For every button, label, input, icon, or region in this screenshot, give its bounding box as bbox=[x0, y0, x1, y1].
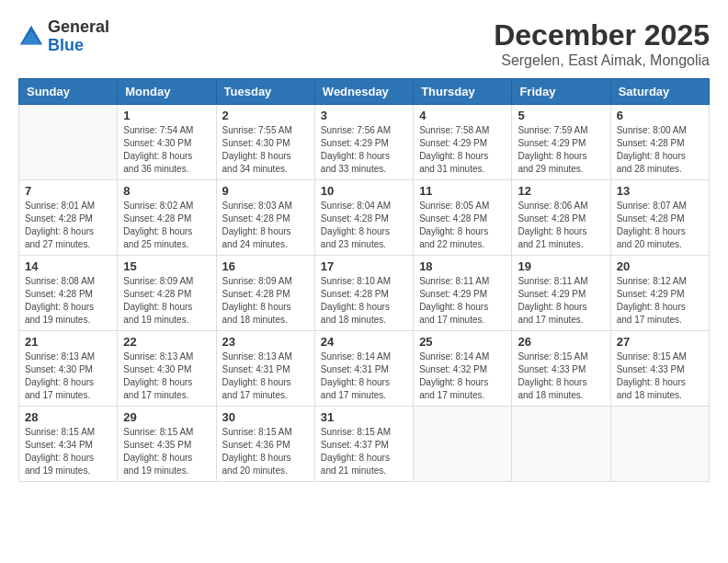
calendar-cell: 12Sunrise: 8:06 AMSunset: 4:28 PMDayligh… bbox=[512, 180, 610, 256]
day-info: Sunrise: 8:05 AMSunset: 4:28 PMDaylight:… bbox=[419, 200, 506, 251]
day-number: 19 bbox=[518, 259, 604, 273]
day-info: Sunrise: 8:14 AMSunset: 4:31 PMDaylight:… bbox=[321, 350, 407, 402]
day-info: Sunrise: 8:10 AMSunset: 4:28 PMDaylight:… bbox=[321, 275, 407, 327]
day-number: 28 bbox=[25, 410, 111, 424]
day-info: Sunrise: 8:08 AMSunset: 4:28 PMDaylight:… bbox=[25, 275, 111, 327]
day-number: 12 bbox=[518, 184, 604, 198]
calendar-cell: 30Sunrise: 8:15 AMSunset: 4:36 PMDayligh… bbox=[216, 407, 314, 482]
day-number: 6 bbox=[617, 109, 703, 122]
title-area: December 2025 Sergelen, East Aimak, Mong… bbox=[494, 18, 710, 69]
calendar-cell bbox=[19, 105, 118, 180]
weekday-header-saturday: Saturday bbox=[610, 79, 709, 105]
calendar-cell: 21Sunrise: 8:13 AMSunset: 4:30 PMDayligh… bbox=[19, 331, 118, 407]
calendar-cell: 9Sunrise: 8:03 AMSunset: 4:28 PMDaylight… bbox=[216, 180, 314, 256]
month-title: December 2025 bbox=[494, 18, 710, 52]
day-info: Sunrise: 8:14 AMSunset: 4:32 PMDaylight:… bbox=[419, 350, 506, 402]
day-number: 8 bbox=[123, 184, 210, 198]
calendar-cell: 27Sunrise: 8:15 AMSunset: 4:33 PMDayligh… bbox=[610, 331, 709, 407]
day-number: 16 bbox=[222, 259, 309, 273]
calendar-cell: 6Sunrise: 8:00 AMSunset: 4:28 PMDaylight… bbox=[610, 105, 709, 180]
day-info: Sunrise: 8:09 AMSunset: 4:28 PMDaylight:… bbox=[222, 275, 309, 327]
day-number: 15 bbox=[123, 259, 210, 273]
weekday-header-sunday: Sunday bbox=[19, 79, 118, 105]
day-number: 14 bbox=[25, 259, 111, 273]
day-info: Sunrise: 8:07 AMSunset: 4:28 PMDaylight:… bbox=[617, 200, 703, 251]
calendar-week-row: 1Sunrise: 7:54 AMSunset: 4:30 PMDaylight… bbox=[19, 105, 710, 180]
calendar-cell bbox=[512, 407, 610, 482]
logo-blue-text: Blue bbox=[48, 36, 84, 54]
calendar-week-row: 21Sunrise: 8:13 AMSunset: 4:30 PMDayligh… bbox=[19, 331, 710, 407]
calendar-table: SundayMondayTuesdayWednesdayThursdayFrid… bbox=[18, 78, 710, 482]
day-info: Sunrise: 8:04 AMSunset: 4:28 PMDaylight:… bbox=[321, 200, 407, 251]
calendar-cell bbox=[610, 407, 709, 482]
calendar-cell: 18Sunrise: 8:11 AMSunset: 4:29 PMDayligh… bbox=[414, 256, 512, 331]
day-info: Sunrise: 7:59 AMSunset: 4:29 PMDaylight:… bbox=[518, 124, 604, 176]
calendar-cell: 3Sunrise: 7:56 AMSunset: 4:29 PMDaylight… bbox=[314, 105, 413, 180]
day-number: 30 bbox=[222, 410, 309, 424]
day-info: Sunrise: 8:09 AMSunset: 4:28 PMDaylight:… bbox=[123, 275, 210, 327]
day-number: 26 bbox=[518, 335, 604, 349]
day-number: 1 bbox=[123, 109, 210, 122]
logo-icon bbox=[18, 24, 44, 50]
weekday-header-tuesday: Tuesday bbox=[216, 79, 314, 105]
day-info: Sunrise: 7:58 AMSunset: 4:29 PMDaylight:… bbox=[419, 124, 506, 176]
day-number: 29 bbox=[123, 410, 210, 424]
logo: General Blue bbox=[18, 18, 109, 55]
calendar-cell: 14Sunrise: 8:08 AMSunset: 4:28 PMDayligh… bbox=[19, 256, 118, 331]
day-info: Sunrise: 7:55 AMSunset: 4:30 PMDaylight:… bbox=[222, 124, 309, 176]
day-info: Sunrise: 8:00 AMSunset: 4:28 PMDaylight:… bbox=[617, 124, 703, 176]
day-number: 17 bbox=[321, 259, 407, 273]
day-info: Sunrise: 8:15 AMSunset: 4:34 PMDaylight:… bbox=[25, 426, 111, 477]
day-info: Sunrise: 8:03 AMSunset: 4:28 PMDaylight:… bbox=[222, 200, 309, 251]
calendar-cell: 28Sunrise: 8:15 AMSunset: 4:34 PMDayligh… bbox=[19, 407, 118, 482]
day-number: 22 bbox=[123, 335, 210, 349]
calendar-week-row: 28Sunrise: 8:15 AMSunset: 4:34 PMDayligh… bbox=[19, 407, 710, 482]
calendar-cell: 13Sunrise: 8:07 AMSunset: 4:28 PMDayligh… bbox=[610, 180, 709, 256]
day-info: Sunrise: 8:13 AMSunset: 4:30 PMDaylight:… bbox=[25, 350, 111, 402]
calendar-cell: 19Sunrise: 8:11 AMSunset: 4:29 PMDayligh… bbox=[512, 256, 610, 331]
calendar-cell: 22Sunrise: 8:13 AMSunset: 4:30 PMDayligh… bbox=[118, 331, 216, 407]
day-number: 3 bbox=[321, 109, 407, 122]
day-number: 27 bbox=[617, 335, 703, 349]
calendar-cell: 2Sunrise: 7:55 AMSunset: 4:30 PMDaylight… bbox=[216, 105, 314, 180]
calendar-cell: 31Sunrise: 8:15 AMSunset: 4:37 PMDayligh… bbox=[314, 407, 413, 482]
calendar-cell: 4Sunrise: 7:58 AMSunset: 4:29 PMDaylight… bbox=[414, 105, 512, 180]
location-subtitle: Sergelen, East Aimak, Mongolia bbox=[494, 52, 710, 69]
calendar-cell: 24Sunrise: 8:14 AMSunset: 4:31 PMDayligh… bbox=[314, 331, 413, 407]
calendar-cell: 11Sunrise: 8:05 AMSunset: 4:28 PMDayligh… bbox=[414, 180, 512, 256]
day-info: Sunrise: 8:12 AMSunset: 4:29 PMDaylight:… bbox=[617, 275, 703, 327]
calendar-week-row: 14Sunrise: 8:08 AMSunset: 4:28 PMDayligh… bbox=[19, 256, 710, 331]
day-number: 7 bbox=[25, 184, 111, 198]
day-info: Sunrise: 8:01 AMSunset: 4:28 PMDaylight:… bbox=[25, 200, 111, 251]
header: General Blue December 2025 Sergelen, Eas… bbox=[18, 18, 710, 69]
calendar-cell: 10Sunrise: 8:04 AMSunset: 4:28 PMDayligh… bbox=[314, 180, 413, 256]
day-number: 20 bbox=[617, 259, 703, 273]
weekday-header-wednesday: Wednesday bbox=[314, 79, 413, 105]
day-number: 25 bbox=[419, 335, 506, 349]
day-info: Sunrise: 7:54 AMSunset: 4:30 PMDaylight:… bbox=[123, 124, 210, 176]
day-number: 10 bbox=[321, 184, 407, 198]
day-info: Sunrise: 8:02 AMSunset: 4:28 PMDaylight:… bbox=[123, 200, 210, 251]
day-number: 24 bbox=[321, 335, 407, 349]
weekday-header-row: SundayMondayTuesdayWednesdayThursdayFrid… bbox=[19, 79, 710, 105]
day-info: Sunrise: 7:56 AMSunset: 4:29 PMDaylight:… bbox=[321, 124, 407, 176]
calendar-cell: 29Sunrise: 8:15 AMSunset: 4:35 PMDayligh… bbox=[118, 407, 216, 482]
day-info: Sunrise: 8:15 AMSunset: 4:37 PMDaylight:… bbox=[321, 426, 407, 477]
weekday-header-monday: Monday bbox=[118, 79, 216, 105]
day-number: 11 bbox=[419, 184, 506, 198]
day-info: Sunrise: 8:13 AMSunset: 4:30 PMDaylight:… bbox=[123, 350, 210, 402]
day-number: 4 bbox=[419, 109, 506, 122]
day-number: 31 bbox=[321, 410, 407, 424]
day-info: Sunrise: 8:15 AMSunset: 4:36 PMDaylight:… bbox=[222, 426, 309, 477]
day-info: Sunrise: 8:11 AMSunset: 4:29 PMDaylight:… bbox=[518, 275, 604, 327]
day-info: Sunrise: 8:06 AMSunset: 4:28 PMDaylight:… bbox=[518, 200, 604, 251]
day-number: 23 bbox=[222, 335, 309, 349]
day-number: 9 bbox=[222, 184, 309, 198]
weekday-header-friday: Friday bbox=[512, 79, 610, 105]
calendar-cell: 26Sunrise: 8:15 AMSunset: 4:33 PMDayligh… bbox=[512, 331, 610, 407]
calendar-cell: 7Sunrise: 8:01 AMSunset: 4:28 PMDaylight… bbox=[19, 180, 118, 256]
day-number: 2 bbox=[222, 109, 309, 122]
day-info: Sunrise: 8:13 AMSunset: 4:31 PMDaylight:… bbox=[222, 350, 309, 402]
calendar-cell: 1Sunrise: 7:54 AMSunset: 4:30 PMDaylight… bbox=[118, 105, 216, 180]
weekday-header-thursday: Thursday bbox=[414, 79, 512, 105]
